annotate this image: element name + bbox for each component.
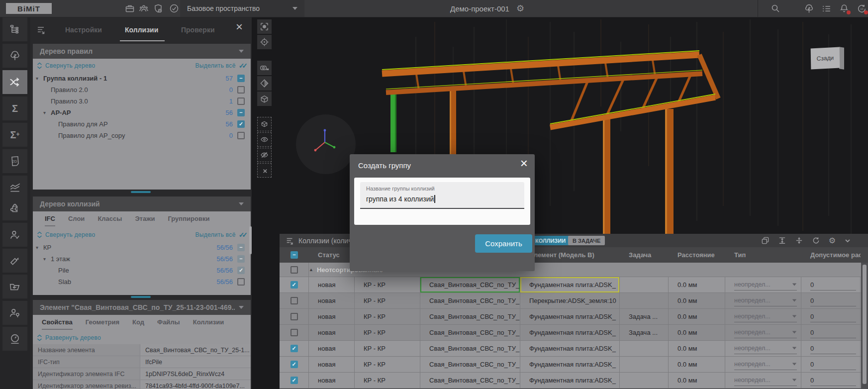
section-resize-handle[interactable]: [131, 296, 151, 298]
table-row[interactable]: ✓новаяКР - КРСвая_Винтовая_СВС_по_ТУ_Фун…: [280, 341, 868, 357]
sidebar-item-2d-view[interactable]: 2D: [2, 149, 27, 173]
expander-icon[interactable]: ▾: [36, 245, 43, 250]
row-checkbox[interactable]: ✓: [290, 345, 298, 352]
tree-row[interactable]: ▾АР-АР56−: [33, 107, 251, 118]
expander-icon[interactable]: ▾: [43, 110, 51, 115]
checkbox[interactable]: [237, 132, 245, 139]
property-value[interactable]: IfcPile: [140, 356, 251, 368]
team-icon[interactable]: [139, 3, 149, 13]
checkbox[interactable]: [237, 86, 245, 94]
allowed-input[interactable]: 0: [810, 343, 856, 354]
subtab-collisions[interactable]: Коллизии: [193, 318, 224, 329]
tree-row[interactable]: Правило для АР56✓: [33, 118, 251, 130]
expander-icon[interactable]: ▾: [43, 256, 51, 262]
measure-tape-icon[interactable]: [257, 61, 272, 75]
subtab-groupings[interactable]: Группировки: [168, 215, 209, 225]
checkbox[interactable]: ✓: [237, 120, 245, 128]
rules-tree-header[interactable]: Дерево правил: [33, 44, 251, 59]
close-panel-icon[interactable]: ×: [236, 21, 243, 33]
table-row[interactable]: ✓новаяКР - КРСвая_Винтовая_СВС_по_ТУ_Фун…: [280, 373, 868, 389]
briefcase-icon[interactable]: [125, 3, 135, 13]
checkbox[interactable]: −: [237, 255, 245, 263]
type-select[interactable]: неопредел...: [734, 280, 797, 291]
row-select-cell[interactable]: [280, 325, 309, 340]
gear-icon[interactable]: ⚙: [829, 237, 836, 245]
sidebar-item-folder-export[interactable]: [2, 275, 27, 298]
type-select[interactable]: неопредел...: [734, 359, 797, 370]
checkbox[interactable]: −: [237, 244, 245, 251]
table-scrollbar[interactable]: [861, 263, 868, 389]
allowed-input[interactable]: 0: [810, 295, 856, 306]
allowed-input[interactable]: 0: [810, 280, 856, 291]
table-row[interactable]: ✓новаяКР - КРСвая_Винтовая_СВС_по_ТУ_Фун…: [280, 357, 868, 373]
table-row[interactable]: новаяКР - КРСвая_Винтовая_СВС_по_ТУ_Фунд…: [280, 309, 868, 325]
table-scrollbar-thumb[interactable]: [863, 265, 867, 384]
expand-rows-icon[interactable]: [778, 236, 786, 245]
project-settings-gear-icon[interactable]: ⚙: [516, 3, 524, 14]
type-select[interactable]: неопредел...: [734, 327, 797, 338]
property-value[interactable]: 1pDNIP7SL6deD_RinxWcz4: [140, 368, 251, 380]
row-checkbox[interactable]: ✓: [290, 281, 298, 289]
sidebar-item-collisions[interactable]: [2, 70, 27, 94]
tree-row[interactable]: Pile56/56✓: [33, 265, 251, 276]
chevron-down-icon[interactable]: [844, 237, 851, 244]
tab-collisions[interactable]: Коллизии: [125, 26, 158, 34]
tab-checks[interactable]: Проверки: [181, 26, 215, 34]
sidebar-item-construction[interactable]: [2, 249, 27, 273]
sidebar-item-user-check[interactable]: [2, 223, 27, 247]
tree-row[interactable]: ▾Группа коллизий - 157−: [33, 73, 251, 84]
column-type[interactable]: Тип: [725, 251, 801, 259]
table-row[interactable]: новаяКР - КРСвая_Винтовая_СВС_по_ТУ_Пере…: [280, 293, 868, 309]
section-box-icon[interactable]: [257, 92, 272, 106]
tree-row[interactable]: Правило 2.00: [33, 84, 251, 96]
table-row[interactable]: новаяКР - КРСвая_Винтовая_СВС_по_ТУ_Фунд…: [280, 325, 868, 341]
allowed-input[interactable]: 0: [810, 375, 856, 386]
row-select-cell[interactable]: ✓: [280, 373, 309, 388]
tree-row[interactable]: Slab56/56: [33, 276, 251, 288]
select-all-link[interactable]: Выделить всё: [195, 62, 235, 69]
group-name-value[interactable]: группа из 4 коллизий: [366, 195, 434, 203]
column-status[interactable]: Статус: [309, 251, 355, 259]
group-name-field[interactable]: Название группы коллизий группа из 4 кол…: [360, 182, 524, 209]
collapse-rows-icon[interactable]: [795, 236, 803, 245]
row-checkbox[interactable]: ✓: [290, 377, 298, 384]
checkbox[interactable]: [237, 278, 245, 286]
collisions-tree-header[interactable]: Дерево коллизий: [33, 196, 251, 211]
tree-row[interactable]: ▾1 этаж56/56−: [33, 253, 251, 265]
sidebar-item-structure-tree[interactable]: [2, 17, 27, 41]
expander-icon[interactable]: ▾: [36, 76, 43, 81]
subtab-code[interactable]: Код: [132, 318, 144, 329]
section-resize-handle[interactable]: [131, 191, 151, 193]
table-row[interactable]: ✓новаяКР - КРСвая_Винтовая_СВС_по_ТУ_Фун…: [280, 277, 868, 293]
column-allowed[interactable]: Допустимое расстояние: [801, 251, 861, 259]
select-all-link[interactable]: Выделить всё: [195, 231, 235, 238]
column-task[interactable]: Задача: [620, 251, 669, 259]
subtab-files[interactable]: Файлы: [157, 318, 180, 329]
multi-select-icon[interactable]: [36, 25, 46, 35]
tree-row[interactable]: ▾КР56/56−: [33, 242, 251, 253]
checkbox[interactable]: −: [237, 75, 245, 82]
element-header[interactable]: Элемент "Свая_Винтовая_СВС_по_ТУ_25-11-2…: [33, 300, 251, 315]
property-value[interactable]: Свая_Винтовая_СВС_по_ТУ_25-1...: [140, 344, 251, 356]
history-icon[interactable]: 10: [857, 3, 867, 13]
locate-target-icon[interactable]: [257, 35, 272, 49]
panel-scrollbar-thumb[interactable]: [249, 226, 252, 254]
close-dialog-icon[interactable]: ×: [520, 157, 528, 170]
checkbox[interactable]: −: [237, 109, 245, 116]
row-checkbox[interactable]: [290, 329, 298, 336]
type-select[interactable]: неопредел...: [734, 295, 797, 306]
row-select-cell[interactable]: ✓: [280, 341, 309, 356]
checkbox[interactable]: [237, 97, 245, 105]
check-circle-icon[interactable]: [169, 3, 179, 13]
list-icon[interactable]: [821, 3, 831, 13]
sidebar-item-plugins[interactable]: [2, 196, 27, 220]
type-select[interactable]: неопредел...: [734, 375, 797, 386]
clear-selection-icon[interactable]: [257, 163, 272, 178]
sidebar-item-charts[interactable]: [2, 176, 27, 199]
tree-row[interactable]: Правило 3.01: [33, 96, 251, 107]
to-task-button[interactable]: В ЗАДАЧЕ: [568, 236, 605, 245]
subtab-ifc[interactable]: IFC: [45, 215, 55, 226]
row-select-cell[interactable]: ✓: [280, 357, 309, 372]
sidebar-item-calculations[interactable]: Σ: [2, 97, 27, 120]
row-checkbox[interactable]: ✓: [290, 361, 298, 368]
